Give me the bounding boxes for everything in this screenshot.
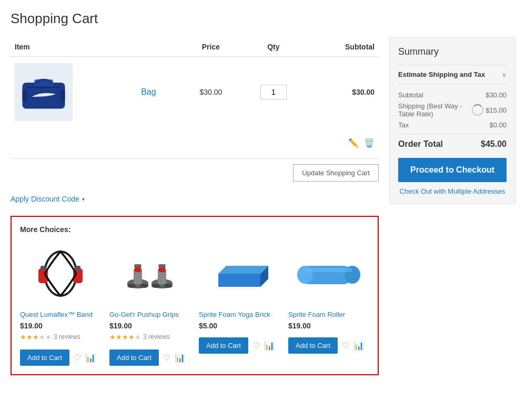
product-card-2: Go-Get'r Pushup Grips $19.00 ★★★★★ 3 rev… bbox=[109, 242, 190, 366]
summary-row-subtotal: Subtotal $30.00 bbox=[398, 89, 507, 101]
svg-rect-15 bbox=[134, 264, 141, 267]
item-subtotal: $30.00 bbox=[307, 57, 379, 128]
subtotal-label: Subtotal bbox=[398, 91, 423, 99]
tax-label: Tax bbox=[398, 121, 409, 129]
add-to-cart-button-2[interactable]: Add to Cart bbox=[109, 349, 159, 366]
col-price: Price bbox=[181, 37, 240, 57]
action-icons-row: ✏️ 🗑️ bbox=[11, 127, 379, 158]
discount-label: Apply Discount Code bbox=[11, 195, 79, 203]
add-to-cart-button-3[interactable]: Add to Cart bbox=[199, 337, 248, 354]
summary-box: Summary Estimate Shipping and Tax ∨ Subt… bbox=[389, 37, 515, 204]
chevron-down-icon: ▾ bbox=[82, 196, 85, 202]
shipping-value: $15.00 bbox=[470, 102, 507, 118]
shipping-label: Shipping (Best Way - Table Rate) bbox=[398, 102, 470, 118]
estimate-chevron-icon: ∨ bbox=[502, 71, 507, 78]
summary-row-tax: Tax $0.00 bbox=[398, 119, 507, 131]
svg-rect-10 bbox=[75, 266, 80, 270]
cart-section: Item Price Qty Subtotal bbox=[11, 37, 379, 375]
svg-rect-4 bbox=[23, 90, 27, 102]
update-cart-button[interactable]: Update Shopping Cart bbox=[293, 164, 379, 182]
item-image bbox=[15, 63, 73, 121]
product-actions-2: Add to Cart ♡ 📊 bbox=[109, 349, 190, 366]
table-row: Bag $30.00 1 $30.00 bbox=[11, 57, 379, 128]
more-choices-section: More Choices: bbox=[11, 216, 379, 375]
product-price-4: $19.00 bbox=[288, 322, 369, 330]
svg-marker-25 bbox=[218, 274, 260, 287]
col-item: Item bbox=[11, 37, 181, 57]
estimate-shipping-label: Estimate Shipping and Tax bbox=[398, 71, 485, 78]
product-price-3: $5.00 bbox=[199, 322, 280, 330]
cart-table: Item Price Qty Subtotal bbox=[11, 37, 379, 158]
stars-1: ★★★★★ bbox=[20, 333, 52, 341]
product-image-3 bbox=[199, 242, 280, 305]
edit-item-button[interactable]: ✏️ bbox=[348, 138, 359, 148]
more-choices-title: More Choices: bbox=[20, 225, 369, 234]
add-to-cart-button-1[interactable]: Add to Cart bbox=[20, 349, 69, 366]
wishlist-icon-2[interactable]: ♡ bbox=[163, 353, 170, 363]
svg-point-22 bbox=[140, 284, 148, 288]
svg-point-21 bbox=[127, 284, 136, 288]
reviews-count-1: 3 reviews bbox=[54, 333, 80, 341]
item-price: $30.00 bbox=[181, 57, 240, 128]
add-to-cart-button-4[interactable]: Add to Cart bbox=[288, 337, 338, 354]
svg-rect-5 bbox=[60, 90, 65, 102]
svg-point-6 bbox=[45, 252, 76, 296]
cart-bottom-row: Update Shopping Cart bbox=[11, 158, 379, 187]
product-price-1: $19.00 bbox=[20, 322, 101, 330]
action-icons-cell: ✏️ 🗑️ bbox=[11, 127, 379, 158]
product-name-3[interactable]: Sprite Foam Yoga Brick bbox=[199, 311, 280, 319]
product-image-1 bbox=[20, 242, 101, 305]
action-icons: ✏️ 🗑️ bbox=[15, 134, 375, 152]
product-card-1: Quest Lumaflex™ Band $19.00 ★★★★★ 3 revi… bbox=[20, 242, 101, 366]
delete-item-button[interactable]: 🗑️ bbox=[364, 138, 375, 148]
item-qty-cell: 1 bbox=[240, 57, 307, 128]
subtotal-value: $30.00 bbox=[485, 91, 507, 99]
estimate-shipping-toggle[interactable]: Estimate Shipping and Tax ∨ bbox=[398, 65, 507, 84]
svg-rect-31 bbox=[305, 268, 352, 272]
svg-marker-27 bbox=[218, 266, 268, 274]
wishlist-icon-1[interactable]: ♡ bbox=[74, 353, 81, 363]
product-price-2: $19.00 bbox=[109, 322, 190, 330]
rating-row-2: ★★★★★ 3 reviews bbox=[109, 333, 190, 341]
compare-icon-3[interactable]: 📊 bbox=[264, 341, 275, 351]
col-subtotal: Subtotal bbox=[307, 37, 379, 57]
order-total-value: $45.00 bbox=[481, 139, 507, 149]
col-qty: Qty bbox=[240, 37, 307, 57]
compare-icon-4[interactable]: 📊 bbox=[353, 341, 364, 351]
compare-icon-2[interactable]: 📊 bbox=[175, 353, 185, 363]
product-name-1[interactable]: Quest Lumaflex™ Band bbox=[20, 311, 101, 319]
item-name-cell: Bag bbox=[137, 57, 181, 128]
summary-row-shipping: Shipping (Best Way - Table Rate) $15.00 bbox=[398, 101, 507, 119]
product-card-4: Sprite Foam Roller $19.00 Add to Cart ♡ … bbox=[288, 242, 369, 366]
product-actions-4: Add to Cart ♡ 📊 bbox=[288, 337, 369, 354]
tax-value: $0.00 bbox=[489, 121, 507, 129]
item-name: Bag bbox=[141, 87, 156, 96]
wishlist-icon-4[interactable]: ♡ bbox=[342, 341, 349, 351]
multiple-addresses-link[interactable]: Check Out with Multiple Addresses bbox=[398, 187, 507, 195]
svg-rect-8 bbox=[41, 266, 46, 270]
spinner bbox=[472, 104, 483, 116]
product-card-3: Sprite Foam Yoga Brick $5.00 Add to Cart… bbox=[199, 242, 280, 366]
wishlist-icon-3[interactable]: ♡ bbox=[252, 341, 260, 351]
item-image-cell bbox=[11, 57, 137, 128]
svg-point-23 bbox=[151, 284, 160, 288]
product-name-2[interactable]: Go-Get'r Pushup Grips bbox=[109, 311, 190, 319]
summary-title: Summary bbox=[398, 46, 507, 57]
reviews-count-2: 3 reviews bbox=[143, 333, 170, 341]
discount-section: Apply Discount Code ▾ bbox=[11, 195, 379, 203]
compare-icon-1[interactable]: 📊 bbox=[85, 353, 96, 363]
item-qty-input[interactable]: 1 bbox=[260, 85, 287, 99]
product-actions-3: Add to Cart ♡ 📊 bbox=[199, 337, 280, 354]
product-image-2 bbox=[109, 242, 190, 305]
svg-point-24 bbox=[164, 284, 173, 288]
page-title: Shopping Cart bbox=[11, 11, 515, 27]
product-image-4 bbox=[288, 242, 369, 305]
product-name-4[interactable]: Sprite Foam Roller bbox=[288, 311, 369, 319]
summary-section: Summary Estimate Shipping and Tax ∨ Subt… bbox=[389, 37, 515, 204]
stars-2: ★★★★★ bbox=[109, 333, 141, 341]
products-grid: Quest Lumaflex™ Band $19.00 ★★★★★ 3 revi… bbox=[20, 242, 369, 366]
proceed-to-checkout-button[interactable]: Proceed to Checkout bbox=[398, 158, 507, 182]
main-layout: Item Price Qty Subtotal bbox=[11, 37, 515, 375]
discount-toggle[interactable]: Apply Discount Code ▾ bbox=[11, 195, 379, 203]
svg-rect-20 bbox=[158, 264, 166, 267]
